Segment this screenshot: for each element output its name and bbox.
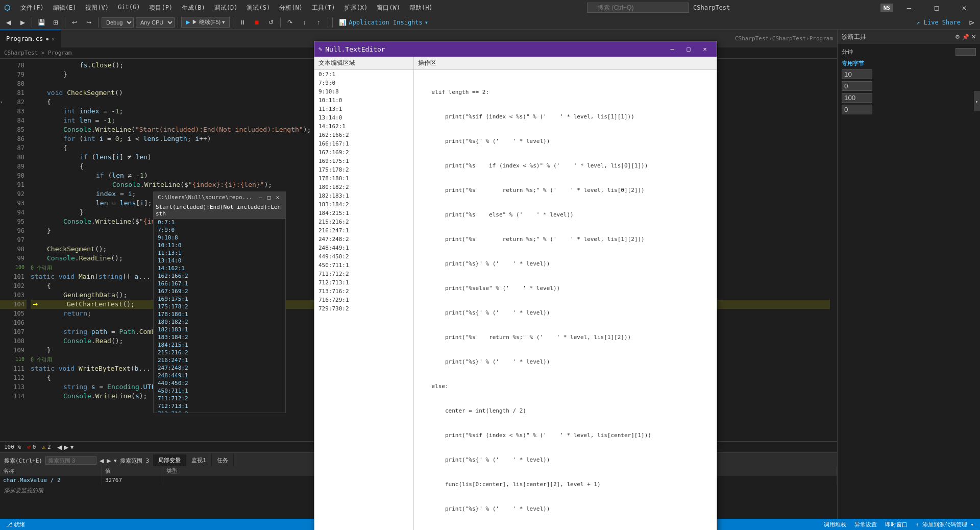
- toolbar-forward-btn[interactable]: ▶: [16, 16, 29, 29]
- title-text: CSharpTest: [693, 4, 730, 11]
- menu-tools[interactable]: 工具(T): [308, 2, 339, 14]
- fold-icon-82[interactable]: ▾: [0, 98, 3, 107]
- dleft-4: 11:13:1: [314, 105, 413, 113]
- app-insights-btn[interactable]: 📊 Application Insights ▾: [336, 19, 431, 26]
- menu-build[interactable]: 生成(B): [178, 2, 209, 14]
- diag-val-row-2: [842, 93, 976, 103]
- dialog-left-rows[interactable]: 0:7:1 7:9:0 9:10:8 10:11:0 11:13:1 13:14…: [314, 70, 413, 530]
- close-button[interactable]: ✕: [952, 0, 976, 15]
- tab-tasks[interactable]: 任务: [212, 454, 234, 466]
- line-num-107: 107: [0, 327, 27, 336]
- tab-label-csharp: CSharpTest: [772, 35, 806, 42]
- title-bar-right: NS — □ ✕: [880, 0, 976, 15]
- diag-val-3[interactable]: [842, 105, 872, 114]
- warning-indicator[interactable]: ⚠ 2: [42, 444, 51, 450]
- menu-test[interactable]: 测试(S): [242, 2, 274, 14]
- step-into-btn[interactable]: ↓: [298, 16, 310, 29]
- popup-rows-container[interactable]: 0:7:1 7:9:0 9:10:8 10:11:0 11:13:1 13:14…: [154, 219, 285, 413]
- diag-close-btn[interactable]: ✕: [971, 34, 976, 40]
- dleft-21: 449:450:2: [314, 252, 413, 261]
- search-locals-input[interactable]: [45, 456, 96, 465]
- popup-close-btn[interactable]: ✕: [274, 194, 281, 201]
- nav-filter-locals[interactable]: ▾: [114, 457, 117, 464]
- minimize-button[interactable]: —: [897, 0, 921, 15]
- diag-settings-btn[interactable]: ⚙: [955, 34, 960, 40]
- maximize-button[interactable]: □: [925, 0, 948, 15]
- menu-help[interactable]: 帮助(H): [405, 2, 437, 14]
- popup-max-btn[interactable]: □: [265, 194, 273, 201]
- restart-btn[interactable]: ↺: [265, 16, 277, 29]
- collapse-panel-btn[interactable]: ⊳: [966, 16, 978, 29]
- git-branch-status[interactable]: ⎇ 就绪: [4, 521, 27, 528]
- toolbar-undo-btn[interactable]: ↩: [68, 16, 81, 29]
- menu-window[interactable]: 窗口(W): [373, 2, 404, 14]
- exception-settings-btn[interactable]: 异常设置: [852, 521, 879, 528]
- toolbar-back-btn[interactable]: ◀: [2, 16, 14, 29]
- debug-config-select[interactable]: Debug: [102, 17, 134, 28]
- error-indicator[interactable]: ⊘ 0: [27, 444, 36, 450]
- nav-back-btn[interactable]: ◀: [57, 444, 62, 451]
- diag-val-1[interactable]: [842, 81, 872, 91]
- diag-content: 分钟 专用字节: [838, 44, 980, 519]
- line-num-91: 91: [0, 180, 27, 189]
- diag-pin-btn[interactable]: 📌: [962, 34, 969, 40]
- popup-row-8: 166:167:1: [154, 280, 285, 287]
- menu-extensions[interactable]: 扩展(X): [340, 2, 372, 14]
- diag-val-2[interactable]: [842, 93, 872, 103]
- dialog-maximize-btn[interactable]: □: [681, 42, 696, 56]
- minimap-scrollbar[interactable]: [830, 59, 837, 441]
- toolbar-redo-btn[interactable]: ↪: [83, 16, 95, 29]
- code-text: Console.ReadLine();: [47, 254, 123, 262]
- run-button[interactable]: ▶ ▶ 继续(F5) ▾: [181, 17, 230, 28]
- pause-btn[interactable]: ⏸: [236, 16, 249, 29]
- dialog-code-content[interactable]: elif length == 2: print("%sif (index < %…: [414, 70, 717, 530]
- tab-close-program[interactable]: ✕: [52, 36, 55, 42]
- menu-analyze[interactable]: 分析(N): [275, 2, 307, 14]
- live-share-btn[interactable]: ↗ Live Share: [913, 19, 964, 26]
- toolbar-saveall-btn[interactable]: ⊞: [50, 16, 62, 29]
- platform-select[interactable]: Any CPU: [136, 17, 175, 28]
- menu-project[interactable]: 项目(P): [145, 2, 177, 14]
- stop-btn[interactable]: ⏹: [251, 16, 263, 29]
- popup-min-btn[interactable]: —: [257, 194, 264, 201]
- immediate-window-btn[interactable]: 即时窗口: [883, 521, 910, 528]
- line-num-79: 79: [0, 70, 27, 79]
- step-over-btn[interactable]: ↷: [284, 16, 296, 29]
- nav-down-btn[interactable]: ▾: [70, 444, 74, 451]
- diag-minutes-input[interactable]: [955, 48, 976, 56]
- add-source-control-btn[interactable]: ↑ 添加到源代码管理 ▾: [914, 521, 976, 528]
- dialog-minimize-btn[interactable]: —: [665, 42, 680, 56]
- nav-back-locals[interactable]: ◀: [100, 457, 104, 464]
- menu-debug[interactable]: 调试(D): [210, 2, 242, 14]
- tab-sep2: ›: [806, 35, 810, 42]
- line-num-86: 86: [0, 134, 27, 143]
- title-search-input[interactable]: [587, 3, 689, 13]
- tab-locals[interactable]: 局部变量: [153, 454, 186, 466]
- tab-watch[interactable]: 监视1: [186, 454, 212, 466]
- nav-forward-btn[interactable]: ▶: [64, 444, 68, 451]
- dleft-20: 248:449:1: [314, 244, 413, 252]
- diag-val-0[interactable]: [842, 69, 872, 79]
- menu-file[interactable]: 文件(F): [16, 2, 48, 14]
- dleft-9: 167:169:2: [314, 148, 413, 157]
- step-out-btn[interactable]: ↑: [312, 16, 325, 29]
- dleft-10: 169:175:1: [314, 157, 413, 165]
- nav-fwd-locals[interactable]: ▶: [107, 457, 111, 464]
- popup-row-21: 449:450:2: [154, 379, 285, 387]
- null-texteditor-dialog: ✎ Null.TextEditor — □ ✕ 文本编辑区域 0:7:1 7:9…: [314, 41, 717, 530]
- popup-row-22: 450:711:1: [154, 387, 285, 395]
- toolbar-save-btn[interactable]: 💾: [35, 16, 47, 29]
- menu-edit[interactable]: 编辑(E): [49, 2, 81, 14]
- call-stack-btn[interactable]: 调用堆栈: [822, 521, 848, 528]
- dialog-close-btn[interactable]: ✕: [697, 42, 713, 56]
- dialog-right-panel: 操作区 elif length == 2: print("%sif (index…: [414, 57, 717, 530]
- popup-row-18: 216:247:1: [154, 356, 285, 364]
- right-panel-collapse[interactable]: ▸: [974, 91, 980, 111]
- title-bar-center: CSharpTest: [587, 3, 730, 13]
- dleft-23: 711:712:2: [314, 270, 413, 278]
- menu-git[interactable]: Git(G): [114, 2, 144, 14]
- op-line-16: func(lis[0:center], lis[center][2], leve…: [418, 480, 713, 489]
- menu-view[interactable]: 视图(V): [81, 2, 113, 14]
- tab-program-cs[interactable]: Program.cs ● ✕: [0, 30, 61, 47]
- bottom-left: ⎇ 就绪: [4, 521, 27, 528]
